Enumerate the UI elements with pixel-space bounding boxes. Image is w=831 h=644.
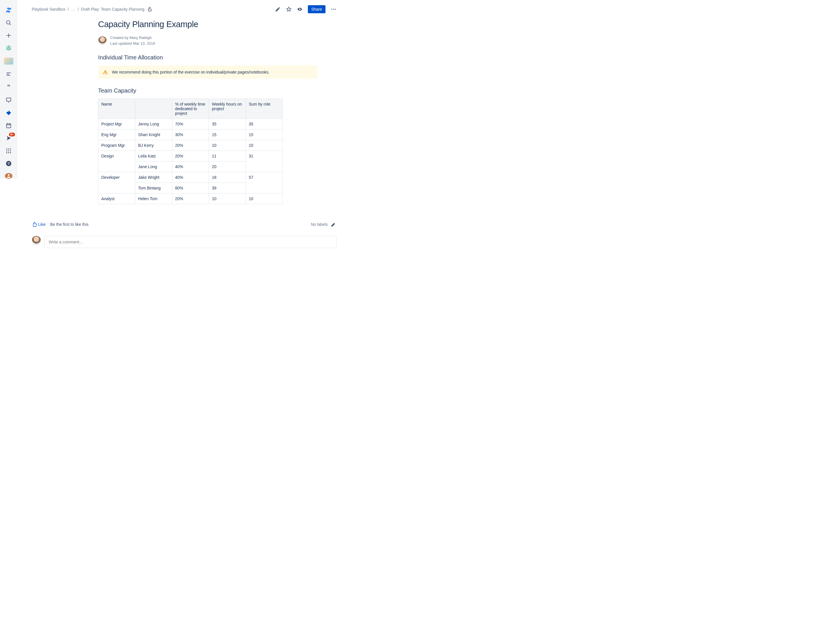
capacity-table: Name % of weekly time dedicated to proje… xyxy=(98,99,283,204)
page-actions: Share xyxy=(275,5,336,13)
cell-percent: 80% xyxy=(172,183,209,194)
cell-role: Developer xyxy=(99,172,135,194)
watch-icon[interactable] xyxy=(297,6,302,12)
cell-hours: 11 xyxy=(209,151,246,162)
table-row: Program Mgr BJ Kerry 20% 10 10 xyxy=(99,140,283,151)
svg-rect-30 xyxy=(105,73,106,73)
bug-icon[interactable] xyxy=(5,45,12,51)
create-icon[interactable] xyxy=(5,32,12,39)
byline: Created by Mary Raleigh Last updated Mar… xyxy=(98,35,317,46)
comment-input[interactable] xyxy=(45,236,336,248)
cell-person: Tom Bintang xyxy=(135,183,172,194)
user-profile-avatar[interactable] xyxy=(5,173,13,179)
tag-icon[interactable] xyxy=(5,110,12,116)
svg-rect-25 xyxy=(148,9,151,11)
notifications-icon[interactable]: 9+ xyxy=(5,135,12,142)
page-title: Capacity Planning Example xyxy=(98,20,317,29)
svg-point-18 xyxy=(10,150,11,151)
author-avatar[interactable] xyxy=(98,37,107,45)
svg-point-28 xyxy=(335,9,336,10)
svg-point-26 xyxy=(331,9,333,10)
unlocked-icon[interactable] xyxy=(147,6,153,12)
th-sum: Sum by role xyxy=(246,99,283,119)
breadcrumb-current[interactable]: Draft Play: Team Capacity Planning xyxy=(81,7,145,11)
th-percent: % of weekly time dedicated to project xyxy=(172,99,209,119)
breadcrumb-root[interactable]: Playbook Sandbox xyxy=(32,7,65,11)
page-header-bar: Playbook Sandbox / … / Draft Play: Team … xyxy=(32,5,336,13)
cell-percent: 40% xyxy=(172,172,209,183)
svg-line-1 xyxy=(10,24,11,25)
table-row: Project Mgr Jenny Long 70% 35 35 xyxy=(99,119,283,129)
cell-role: Analyst xyxy=(99,194,135,204)
th-hours: Weekly hours on project xyxy=(209,99,246,119)
cell-percent: 20% xyxy=(172,140,209,151)
th-name: Name xyxy=(99,99,135,119)
cell-person: BJ Kerry xyxy=(135,140,172,151)
cell-percent: 40% xyxy=(172,162,209,172)
cell-hours: 39 xyxy=(209,183,246,194)
breadcrumb-separator: / xyxy=(78,7,79,11)
cell-hours: 10 xyxy=(209,194,246,204)
svg-rect-9 xyxy=(6,124,11,128)
table-row: Developer Jake Wright 40% 18 57 xyxy=(99,172,283,183)
edit-icon[interactable] xyxy=(275,6,281,12)
comment-composer xyxy=(32,236,336,248)
like-prompt: Be the first to like this xyxy=(50,222,89,227)
svg-rect-29 xyxy=(105,72,106,73)
cell-person: Helen Tom xyxy=(135,194,172,204)
info-panel-text: We recommend doing this portion of the e… xyxy=(112,70,269,75)
star-icon[interactable] xyxy=(286,6,292,12)
current-user-avatar[interactable] xyxy=(32,236,41,245)
quote-icon[interactable]: ” xyxy=(5,84,12,91)
cell-person: Leila Katz xyxy=(135,151,172,162)
svg-point-16 xyxy=(6,150,8,151)
table-row: Eng Mgr Shari Knight 30% 15 15 xyxy=(99,129,283,140)
space-avatar-icon[interactable] xyxy=(4,58,13,65)
cell-hours: 15 xyxy=(209,129,246,140)
left-navigation-rail: ” 9+ ? xyxy=(0,0,18,179)
cell-percent: 20% xyxy=(172,151,209,162)
cell-sum: 10 xyxy=(246,140,283,151)
cell-role: Project Mgr xyxy=(99,119,135,129)
table-header-row: Name % of weekly time dedicated to proje… xyxy=(99,99,283,119)
cell-hours: 35 xyxy=(209,119,246,129)
cell-percent: 30% xyxy=(172,129,209,140)
cell-sum: 15 xyxy=(246,129,283,140)
calendar-icon[interactable] xyxy=(5,122,12,129)
notification-badge: 9+ xyxy=(9,133,15,137)
svg-point-17 xyxy=(8,150,9,151)
more-actions-icon[interactable] xyxy=(331,6,336,12)
edit-labels-icon[interactable] xyxy=(331,221,336,227)
cell-sum: 57 xyxy=(246,172,283,194)
table-row: Design Leila Katz 20% 11 31 xyxy=(99,151,283,162)
th-blank xyxy=(135,99,172,119)
cell-percent: 20% xyxy=(172,194,209,204)
confluence-logo-icon[interactable] xyxy=(5,7,12,13)
share-button[interactable]: Share xyxy=(308,5,325,13)
svg-point-15 xyxy=(10,148,11,149)
cell-role: Program Mgr xyxy=(99,140,135,151)
created-by-text: Created by Mary Raleigh xyxy=(110,35,155,41)
cell-hours: 20 xyxy=(209,162,246,172)
svg-text:?: ? xyxy=(8,162,10,166)
cell-person: Jake Wright xyxy=(135,172,172,183)
search-icon[interactable] xyxy=(5,20,12,26)
cell-role: Eng Mgr xyxy=(99,129,135,140)
cell-person: Jane Long xyxy=(135,162,172,172)
cell-person: Shari Knight xyxy=(135,129,172,140)
last-updated-text: Last updated Mar 13, 2019 xyxy=(110,41,155,46)
help-icon[interactable]: ? xyxy=(5,161,12,167)
breadcrumb-ellipsis[interactable]: … xyxy=(71,7,75,11)
cell-hours: 18 xyxy=(209,172,246,183)
svg-point-13 xyxy=(6,148,8,149)
svg-point-20 xyxy=(8,152,9,153)
svg-point-14 xyxy=(8,148,9,149)
comment-icon[interactable] xyxy=(5,97,12,103)
svg-point-0 xyxy=(6,21,10,24)
cell-sum: 31 xyxy=(246,151,283,172)
align-left-icon[interactable] xyxy=(5,71,12,77)
like-button[interactable]: Like xyxy=(32,222,46,227)
no-labels-text: No labels xyxy=(311,222,328,227)
app-switcher-icon[interactable] xyxy=(5,148,12,154)
table-row: Analyst Helen Tom 20% 10 10 xyxy=(99,194,283,204)
